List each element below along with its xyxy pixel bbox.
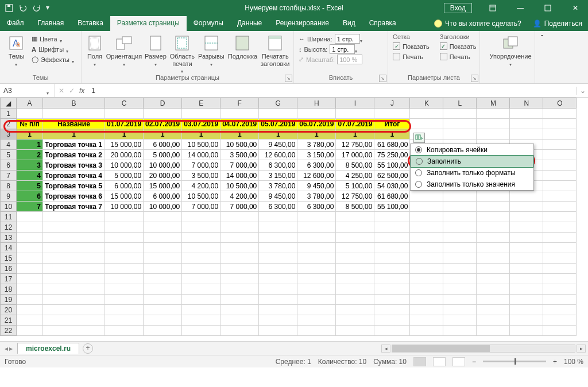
cell[interactable] (510, 326, 543, 336)
theme-effects[interactable]: ◯Эффекты (32, 55, 76, 64)
grid-print[interactable]: Печать (393, 52, 430, 61)
redo-icon[interactable] (32, 3, 41, 13)
cell[interactable] (297, 212, 336, 222)
tab-разметка страницы[interactable]: Разметка страницы (110, 16, 187, 31)
cell[interactable] (259, 264, 297, 274)
cell[interactable]: 15 000,00 (105, 140, 144, 150)
cell[interactable]: 1 (297, 129, 336, 140)
cell[interactable] (410, 295, 443, 305)
cell[interactable] (144, 212, 182, 222)
cell[interactable] (182, 109, 220, 119)
cell[interactable]: Торговая точка 6 (43, 191, 105, 202)
cell[interactable] (443, 233, 477, 243)
cell[interactable] (182, 253, 220, 264)
background-button[interactable]: Подложка (228, 33, 257, 61)
cell[interactable] (477, 295, 510, 305)
cell[interactable] (443, 109, 477, 119)
cell[interactable] (374, 264, 410, 274)
cell[interactable]: 02.07.2019 (144, 119, 182, 129)
cell[interactable] (182, 274, 220, 284)
cell[interactable]: 6 000,00 (105, 181, 144, 191)
fit-launcher[interactable]: ↘ (379, 75, 386, 82)
cell[interactable]: 12 600,00 (259, 150, 297, 160)
cell[interactable] (410, 305, 443, 315)
cell[interactable] (43, 315, 105, 326)
cell[interactable]: 1 (17, 140, 43, 150)
cell[interactable] (510, 109, 543, 119)
cell[interactable] (374, 295, 410, 305)
row-header-2[interactable]: 2 (1, 119, 17, 129)
cell[interactable] (144, 305, 182, 315)
cell[interactable] (374, 233, 410, 243)
cell[interactable]: 55 100,00 (374, 160, 410, 171)
cell[interactable] (374, 274, 410, 284)
tell-me[interactable]: Что вы хотите сделать? (428, 18, 527, 29)
cell[interactable]: 61 680,00 (374, 140, 410, 150)
row-header-11[interactable]: 11 (1, 212, 17, 222)
add-sheet-button[interactable]: + (83, 343, 93, 354)
cell[interactable] (17, 109, 43, 119)
worksheet-grid[interactable]: ◢ABCDEFGHIJKLMNO12№ п/пНазвание01.07.201… (0, 98, 588, 341)
cell[interactable] (336, 109, 374, 119)
cell[interactable] (297, 109, 336, 119)
cell[interactable] (510, 243, 543, 253)
cell[interactable] (336, 305, 374, 315)
enter-icon[interactable]: ✓ (69, 87, 75, 95)
cell[interactable]: 7 000,00 (182, 160, 220, 171)
cell[interactable] (105, 284, 144, 295)
col-header-F[interactable]: F (220, 98, 259, 109)
cell[interactable]: 7 000,00 (220, 202, 259, 212)
cell[interactable]: 3 150,00 (297, 150, 336, 160)
cell[interactable] (43, 233, 105, 243)
cell[interactable] (182, 315, 220, 326)
cell[interactable] (543, 243, 577, 253)
fit-width[interactable]: ↔Ширина: (299, 34, 383, 44)
cell[interactable] (105, 253, 144, 264)
zoom-level[interactable]: 100 % (564, 358, 583, 366)
cell[interactable] (17, 264, 43, 274)
cell[interactable] (477, 212, 510, 222)
cell[interactable]: 9 450,00 (259, 140, 297, 150)
hscroll-left[interactable]: ◂ (381, 345, 390, 353)
cell[interactable]: № п/п (17, 119, 43, 129)
cell[interactable]: 6 300,00 (297, 202, 336, 212)
cell[interactable]: 2 (17, 150, 43, 160)
cell[interactable]: 1 (17, 129, 43, 140)
cell[interactable] (259, 295, 297, 305)
cell[interactable] (297, 264, 336, 274)
cell[interactable]: 1 (336, 129, 374, 140)
cell[interactable]: 4 200,00 (220, 191, 259, 202)
cell[interactable] (144, 274, 182, 284)
cell[interactable]: 5 100,00 (336, 181, 374, 191)
tab-данные[interactable]: Данные (230, 16, 269, 31)
cell[interactable] (17, 326, 43, 336)
cell[interactable] (182, 326, 220, 336)
cell[interactable] (543, 212, 577, 222)
cell[interactable] (477, 326, 510, 336)
cell[interactable] (297, 284, 336, 295)
col-header-I[interactable]: I (336, 98, 374, 109)
cell[interactable] (43, 212, 105, 222)
cell[interactable] (477, 233, 510, 243)
cell[interactable] (144, 222, 182, 233)
cell[interactable] (17, 222, 43, 233)
cell[interactable] (220, 253, 259, 264)
cell[interactable] (144, 326, 182, 336)
row-header-3[interactable]: 3 (1, 129, 17, 140)
tab-формулы[interactable]: Формулы (187, 16, 230, 31)
hscroll-thumb[interactable] (392, 345, 490, 352)
cell[interactable] (259, 222, 297, 233)
size-button[interactable]: Размер (145, 33, 167, 66)
cell[interactable] (43, 243, 105, 253)
name-box[interactable]: A3 (0, 84, 55, 97)
tab-файл[interactable]: Файл (0, 16, 31, 31)
collapse-ribbon-icon[interactable]: ˆ (535, 31, 549, 83)
cell[interactable] (543, 109, 577, 119)
row-header-9[interactable]: 9 (1, 191, 17, 202)
cell[interactable]: 10 500,00 (182, 140, 220, 150)
cell[interactable] (443, 243, 477, 253)
cell[interactable] (259, 326, 297, 336)
cell[interactable] (17, 305, 43, 315)
arrange-button[interactable]: Упорядочение (485, 33, 536, 66)
cell[interactable]: 3 500,00 (220, 150, 259, 160)
